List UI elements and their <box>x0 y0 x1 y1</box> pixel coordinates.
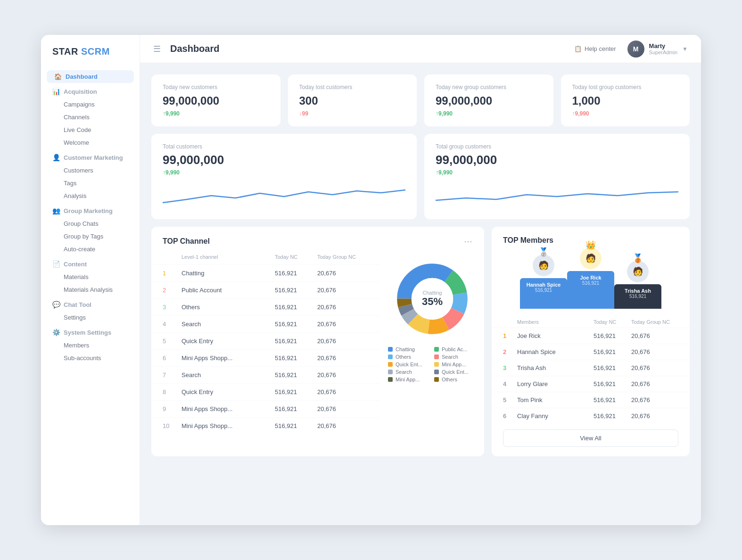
user-role: SuperAdmin <box>649 49 678 55</box>
legend-label: Quick Ent... <box>442 369 469 375</box>
sidebar-header-system-settings: ⚙️ System Settings <box>41 326 140 339</box>
system-settings-icon: ⚙️ <box>52 329 60 336</box>
legend-item: Public Ac... <box>434 346 477 352</box>
sidebar-section-content: 📄 Content Materials Materials Analysis <box>41 257 140 296</box>
total-group-customers-card: Total group customers 99,000,000 ↑9,990 <box>424 134 690 219</box>
stat-cards: Today new customers 99,000,000 ↑9,990 To… <box>151 74 690 126</box>
podium-avatar-3: 🧑 <box>627 261 649 282</box>
row-name: Mini Apps Shopp... <box>181 405 275 412</box>
user-info[interactable]: M Marty SuperAdmin ▼ <box>627 41 688 58</box>
sidebar-item-group-chats[interactable]: Group Chats <box>41 217 140 230</box>
sidebar-header-acquisition: 📊 Acquisition <box>41 85 140 98</box>
podium-item-3: 🧑 🥉 Trisha Ash 516,921 <box>614 261 661 309</box>
stat-label-3: Today lost group customers <box>572 84 679 91</box>
sidebar-item-channels[interactable]: Channels <box>41 111 140 124</box>
legend-item: Mini App... <box>388 377 430 382</box>
sidebar-item-group-by-tags[interactable]: Group by Tags <box>41 230 140 243</box>
donut-legend: Chatting Public Ac... Others Search Quic… <box>388 346 477 382</box>
podium-crown-3: 🥉 <box>633 253 643 264</box>
content-icon: 📄 <box>52 260 60 268</box>
sidebar-item-tags[interactable]: Tags <box>41 177 140 189</box>
row-nc: 516,921 <box>275 388 317 395</box>
legend-item: Quick Ent... <box>434 369 477 375</box>
legend-dot <box>388 377 393 382</box>
top-channel-card: TOP Channel ⋯ Level-1 channel Today NC T… <box>151 227 484 456</box>
table-row: 1 Chatting 516,921 20,676 <box>151 264 380 281</box>
sidebar-item-auto-create[interactable]: Auto-create <box>41 243 140 255</box>
total-customers-chart <box>163 181 405 210</box>
sidebar-item-customers[interactable]: Customers <box>41 164 140 177</box>
members-row-gnc: 20,676 <box>631 396 678 404</box>
podium-avatar-wrap-3: 🧑 🥉 <box>627 261 649 282</box>
total-group-customers-chart <box>436 181 678 210</box>
members-table-header: Members Today NC Today Group NC <box>492 316 690 328</box>
sidebar-item-sub-accounts[interactable]: Sub-accounts <box>41 352 140 364</box>
stat-value-2: 99,000,000 <box>436 94 542 107</box>
podium-bar-2: Hannah Spice 516,921 <box>520 278 567 309</box>
row-name: Search <box>181 321 275 328</box>
row-nc: 516,921 <box>275 371 317 379</box>
row-nc: 516,921 <box>275 338 317 345</box>
table-row: 7 Search 516,921 20,676 <box>151 366 380 383</box>
row-rank: 6 <box>163 354 181 362</box>
row-nc: 516,921 <box>275 321 317 328</box>
legend-dot <box>388 347 393 352</box>
podium-name-2: Hannah Spice <box>525 282 563 288</box>
members-table-row: 5 Tom Pink 516,921 20,676 <box>492 392 690 408</box>
user-name: Marty <box>649 42 678 49</box>
menu-icon[interactable]: ☰ <box>153 44 161 54</box>
sidebar-item-materials[interactable]: Materials <box>41 271 140 283</box>
table-row: 10 Mini Apps Shopp... 516,921 20,676 <box>151 417 380 434</box>
legend-item: Search <box>388 369 430 375</box>
stat-value-1: 300 <box>299 94 406 107</box>
row-name: Chatting <box>181 270 275 277</box>
sidebar-item-welcome[interactable]: Welcome <box>41 136 140 149</box>
main-area: ☰ Dashboard 📋 Help center M Marty SuperA… <box>140 35 701 525</box>
row-gnc: 20,676 <box>317 354 369 362</box>
sidebar-section-dashboard: 🏠 Dashboard <box>41 70 140 83</box>
view-all-button[interactable]: View All <box>503 429 678 447</box>
members-col-nc: Today NC <box>594 319 631 325</box>
row-gnc: 20,676 <box>317 371 369 379</box>
legend-dot <box>388 354 393 359</box>
legend-item: Chatting <box>388 346 430 352</box>
row-name: Search <box>181 371 275 379</box>
podium-item-1: 🧑 👑 Joe Rick 516,921 <box>567 247 614 309</box>
sidebar-header-group-marketing: 👥 Group Marketing <box>41 204 140 217</box>
members-row-gnc: 20,676 <box>631 380 678 387</box>
channel-card-title: TOP Channel <box>163 237 210 246</box>
stat-value-0: 99,000,000 <box>163 94 269 107</box>
sidebar-item-materials-analysis[interactable]: Materials Analysis <box>41 283 140 296</box>
members-row-gnc: 20,676 <box>631 332 678 339</box>
channel-card-header: TOP Channel ⋯ <box>151 236 484 254</box>
sidebar-item-chat-settings[interactable]: Settings <box>41 311 140 324</box>
total-customers-change: ↑9,990 <box>163 169 405 176</box>
row-rank: 8 <box>163 388 181 395</box>
sidebar-item-members[interactable]: Members <box>41 339 140 352</box>
legend-label: Search <box>442 354 458 360</box>
table-row: 9 Mini Apps Shopp... 516,921 20,676 <box>151 400 380 417</box>
donut-chart: Chatting 35% <box>392 259 472 339</box>
donut-label: Chatting 35% <box>422 290 443 308</box>
total-customers-value: 99,000,000 <box>163 153 405 167</box>
members-row-name: Trisha Ash <box>517 364 594 371</box>
chat-tool-icon: 💬 <box>52 301 60 308</box>
sidebar-item-analysis[interactable]: Analysis <box>41 189 140 202</box>
legend-item: Others <box>388 354 430 360</box>
legend-label: Quick Ent... <box>396 362 422 367</box>
help-center-button[interactable]: 📋 Help center <box>574 45 616 52</box>
podium: 🧑 🥈 Hannah Spice 516,921 🧑 <box>492 252 690 309</box>
sidebar-item-livecode[interactable]: Live Code <box>41 124 140 136</box>
row-rank: 4 <box>163 321 181 328</box>
sidebar-item-campaigns[interactable]: Campaigns <box>41 98 140 111</box>
members-table-row: 3 Trisha Ash 516,921 20,676 <box>492 360 690 376</box>
sidebar-dashboard-label: Dashboard <box>66 73 98 80</box>
channel-more-button[interactable]: ⋯ <box>464 236 473 247</box>
legend-dot <box>388 370 393 374</box>
total-group-customers-value: 99,000,000 <box>436 153 678 167</box>
sidebar-header-customer-marketing: 👤 Customer Marketing <box>41 151 140 164</box>
legend-dot <box>434 362 439 367</box>
sidebar-item-dashboard[interactable]: 🏠 Dashboard <box>47 70 134 83</box>
legend-label: Chatting <box>396 346 415 352</box>
members-row-name: Clay Fanny <box>517 412 594 420</box>
